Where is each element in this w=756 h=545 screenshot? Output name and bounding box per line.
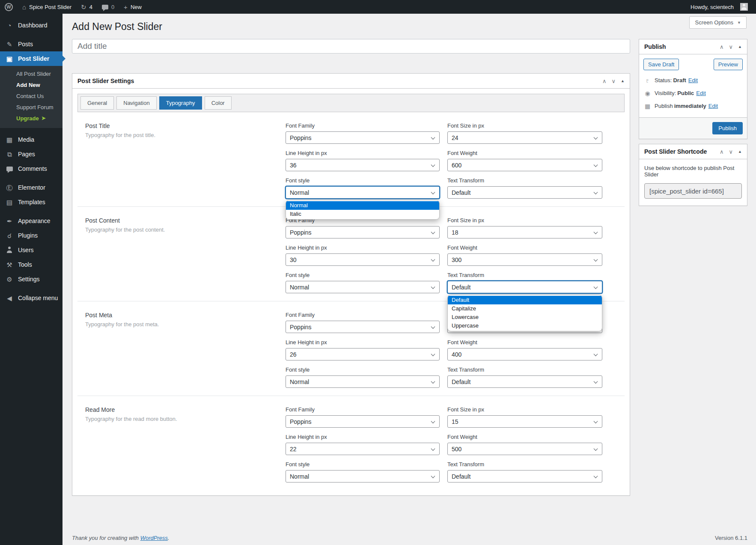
field-label: Text Transform (447, 272, 602, 278)
font-style-select[interactable]: Normal (286, 470, 440, 482)
tab-navigation[interactable]: Navigation (116, 96, 156, 110)
font-weight-select[interactable]: 300 (447, 253, 602, 266)
font-style-select[interactable]: Normal (286, 186, 440, 199)
submenu-contact-us[interactable]: Contact Us (0, 90, 63, 101)
move-up-icon[interactable]: ∧ (720, 44, 724, 50)
columns: Post Slider Settings ∧ ∨ ▲ General Navig… (72, 39, 747, 496)
shortcode-box-header[interactable]: Post Slider Shortcode ∧ ∨ ▲ (639, 144, 747, 159)
publish-box-body: Save Draft Preview ♇ Status:DraftEdit ◉ … (639, 54, 747, 117)
sidebar-item-pages[interactable]: ⧉ Pages (0, 147, 63, 161)
sidebar-item-media[interactable]: ▦ Media (0, 132, 63, 147)
line-height-select[interactable]: 26 (286, 348, 440, 360)
preview-button[interactable]: Preview (714, 59, 743, 70)
font-family-select[interactable]: Poppins (286, 321, 440, 333)
move-up-icon[interactable]: ∧ (602, 78, 607, 84)
move-down-icon[interactable]: ∨ (729, 149, 733, 155)
font-family-select[interactable]: Poppins (286, 226, 440, 238)
submenu-add-new[interactable]: Add New (0, 79, 63, 90)
tab-typography[interactable]: Typography (159, 96, 202, 110)
chevron-down-icon (431, 285, 435, 289)
publish-button[interactable]: Publish (712, 122, 743, 134)
sidebar-item-label: Appearance (18, 217, 51, 224)
font-weight-select[interactable]: 600 (447, 159, 602, 171)
dropdown-option-default[interactable]: Default (448, 296, 602, 304)
field-font-style: Font style Normal (286, 366, 440, 388)
sidebar-item-users[interactable]: Users (0, 243, 63, 257)
font-family-select[interactable]: Poppins (286, 131, 440, 144)
select-value: Poppins (290, 418, 312, 425)
upgrade-arrow-icon: ➤ (42, 115, 46, 121)
wordpress-link[interactable]: WordPress (140, 535, 168, 541)
toggle-panel-icon[interactable]: ▲ (738, 45, 742, 49)
screen-options-button[interactable]: Screen Options ▼ (689, 16, 747, 29)
elementor-icon: Ⓔ (5, 185, 14, 191)
submenu-upgrade[interactable]: Upgrade ➤ (0, 113, 63, 124)
sidebar-item-comments[interactable]: Comments (0, 161, 63, 176)
sidebar-item-dashboard[interactable]: ◔ Dashboard (0, 18, 63, 33)
font-style-select[interactable]: Normal (286, 375, 440, 388)
sidebar-item-settings[interactable]: ⚙ Settings (0, 272, 63, 286)
font-size-select[interactable]: 24 (447, 131, 602, 144)
footer-version: Version 6.1.1 (715, 535, 747, 541)
font-style-select[interactable]: Normal (286, 281, 440, 293)
howdy-menu[interactable]: Howdy, scientech (686, 0, 753, 14)
sidebar-item-post-slider[interactable]: ▣ Post Slider (0, 51, 63, 66)
dropdown-option-italic[interactable]: Italic (286, 210, 439, 218)
font-size-select[interactable]: 15 (447, 415, 602, 428)
submenu-support-forum[interactable]: Support Forum (0, 101, 63, 113)
settings-box-title: Post Slider Settings (77, 77, 134, 84)
sidebar-item-posts[interactable]: ✎ Posts (0, 37, 63, 51)
publish-box-header[interactable]: Publish ∧ ∨ ▲ (639, 39, 747, 54)
text-transform-select[interactable]: Default (447, 281, 602, 293)
sidebar-item-elementor[interactable]: Ⓔ Elementor (0, 180, 63, 195)
font-size-select[interactable]: 18 (447, 226, 602, 238)
dropdown-option-uppercase[interactable]: Uppercase (448, 322, 602, 330)
new-content-menu[interactable]: + New (119, 0, 146, 14)
field-label: Font Weight (447, 434, 602, 440)
updates-menu[interactable]: ↻ 4 (76, 0, 97, 14)
move-down-icon[interactable]: ∨ (729, 44, 733, 50)
site-name: Spice Post Slider (29, 4, 71, 10)
font-family-select[interactable]: Poppins (286, 415, 440, 428)
move-up-icon[interactable]: ∧ (720, 149, 724, 155)
site-name-menu[interactable]: ⌂ Spice Post Slider (18, 0, 76, 14)
wordpress-menu[interactable]: W (0, 0, 18, 14)
save-draft-button[interactable]: Save Draft (643, 59, 679, 70)
font-weight-select[interactable]: 500 (447, 443, 602, 455)
dropdown-option-normal[interactable]: Normal (286, 201, 439, 210)
move-down-icon[interactable]: ∨ (612, 78, 616, 84)
tab-color[interactable]: Color (205, 96, 232, 110)
sidebar-item-appearance[interactable]: ✒ Appearance (0, 214, 63, 228)
chevron-down-icon (594, 379, 598, 384)
font-weight-select[interactable]: 400 (447, 348, 602, 360)
sidebar-item-plugins[interactable]: ☌ Plugins (0, 228, 63, 243)
text-transform-select[interactable]: Default (447, 186, 602, 199)
dropdown-option-capitalize[interactable]: Capitalize (448, 304, 602, 313)
text-transform-select[interactable]: Default (447, 470, 602, 482)
dropdown-option-lowercase[interactable]: Lowercase (448, 313, 602, 322)
edit-status-link[interactable]: Edit (688, 77, 698, 83)
sidebar-item-collapse-menu[interactable]: ◀ Collapse menu (0, 291, 63, 305)
tab-general[interactable]: General (80, 96, 114, 110)
line-height-select[interactable]: 22 (286, 443, 440, 455)
toggle-panel-icon[interactable]: ▲ (621, 79, 625, 83)
comments-menu[interactable]: 0 (97, 0, 119, 14)
section-description: Typography for the read more button. (85, 416, 286, 422)
eye-icon: ◉ (644, 90, 651, 96)
submenu-all-post-slider[interactable]: All Post Slider (0, 68, 63, 79)
text-transform-select[interactable]: Default (447, 375, 602, 388)
toggle-panel-icon[interactable]: ▲ (738, 150, 742, 154)
select-value: Normal (290, 189, 309, 196)
howdy-text: Howdy, scientech (691, 4, 734, 10)
line-height-select[interactable]: 30 (286, 253, 440, 266)
field-text-transform: Text Transform Default (447, 461, 602, 482)
sidebar-item-label: Media (18, 136, 34, 143)
title-input[interactable] (72, 39, 630, 54)
settings-box-header[interactable]: Post Slider Settings ∧ ∨ ▲ (72, 74, 630, 89)
edit-visibility-link[interactable]: Edit (696, 90, 705, 96)
shortcode-input[interactable] (644, 183, 742, 199)
line-height-select[interactable]: 36 (286, 159, 440, 171)
sidebar-item-tools[interactable]: ⚒ Tools (0, 257, 63, 272)
edit-schedule-link[interactable]: Edit (708, 103, 718, 109)
sidebar-item-templates[interactable]: ▤ Templates (0, 195, 63, 209)
